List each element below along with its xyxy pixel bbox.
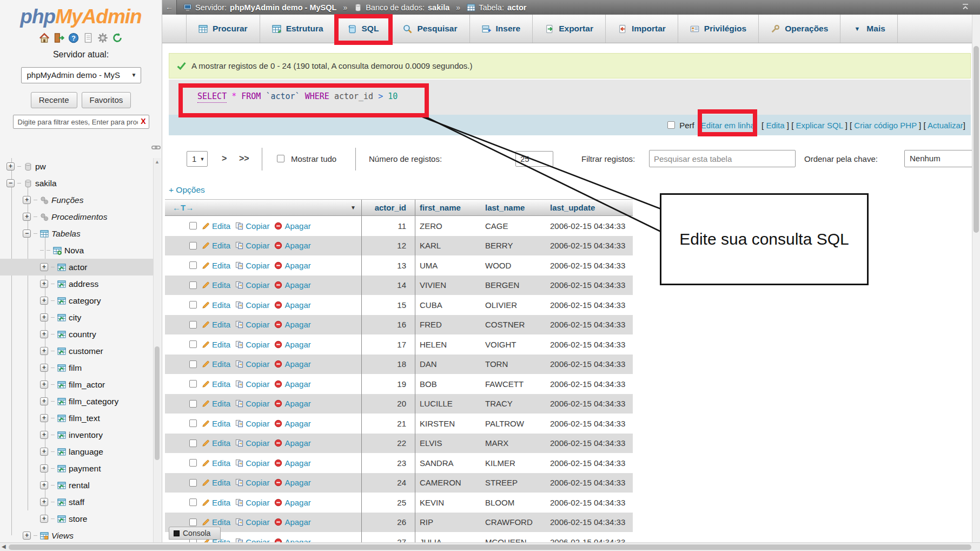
row-action-edita[interactable]: Edita: [202, 517, 230, 527]
row-checkbox[interactable]: [189, 479, 197, 487]
expand-icon[interactable]: +: [40, 481, 48, 489]
tree-item-actor[interactable]: +actor: [0, 259, 153, 276]
row-action-copiar[interactable]: Copiar: [235, 438, 269, 448]
row-action-copiar[interactable]: Copiar: [235, 478, 269, 487]
vertical-scrollbar-thumb[interactable]: [974, 46, 979, 233]
tree-item-store[interactable]: +store: [0, 510, 153, 527]
tab-mais[interactable]: ▼Mais: [840, 15, 897, 43]
tree-item-film[interactable]: +film: [0, 359, 153, 376]
row-action-apagar[interactable]: Apagar: [274, 340, 310, 349]
tab-sql[interactable]: SQL: [336, 15, 392, 43]
expand-icon[interactable]: +: [40, 431, 48, 439]
row-action-copiar[interactable]: Copiar: [235, 517, 269, 527]
row-action-apagar[interactable]: Apagar: [274, 517, 310, 527]
expand-icon[interactable]: +: [23, 213, 31, 221]
row-action-copiar[interactable]: Copiar: [235, 379, 269, 389]
tab-estrutura[interactable]: Estrutura: [260, 15, 336, 43]
tree-item-film_category[interactable]: +film_category: [0, 393, 153, 410]
tree-item-rental[interactable]: +rental: [0, 477, 153, 494]
scroll-up-icon[interactable]: ▲: [155, 159, 160, 165]
column-nav-arrows[interactable]: ←T→: [173, 203, 194, 212]
row-action-apagar[interactable]: Apagar: [274, 280, 310, 290]
tree-item-category[interactable]: +category: [0, 292, 153, 309]
row-action-edita[interactable]: Edita: [202, 300, 230, 310]
sidebar-scrollbar[interactable]: ▲: [153, 158, 161, 542]
row-action-apagar[interactable]: Apagar: [274, 300, 310, 310]
tree-item-address[interactable]: +address: [0, 276, 153, 292]
tree-item-inventory[interactable]: +inventory: [0, 427, 153, 443]
sidebar-scrollbar-thumb[interactable]: [155, 346, 160, 460]
row-checkbox[interactable]: [189, 498, 197, 506]
row-action-copiar[interactable]: Copiar: [235, 399, 269, 408]
expand-icon[interactable]: +: [40, 313, 48, 322]
row-action-edita[interactable]: Edita: [202, 478, 230, 487]
tree-item-procedimentos[interactable]: +Procedimentos: [0, 208, 153, 225]
recent-button[interactable]: Recente: [31, 92, 77, 108]
query-action-link[interactable]: Explicar SQL: [796, 121, 843, 130]
sort-key-select[interactable]: Nenhum: [904, 150, 975, 167]
tab-exportar[interactable]: Exportar: [533, 15, 606, 43]
tree-item-language[interactable]: +language: [0, 443, 153, 460]
row-action-edita[interactable]: Edita: [202, 419, 230, 428]
row-checkbox[interactable]: [189, 340, 197, 348]
row-action-apagar[interactable]: Apagar: [274, 221, 310, 231]
scroll-left-icon[interactable]: ◀: [2, 543, 6, 549]
expand-icon[interactable]: +: [40, 263, 48, 271]
row-action-edita[interactable]: Edita: [202, 498, 230, 507]
tree-item-views[interactable]: +Views: [0, 527, 153, 542]
collapse-icon[interactable]: −: [6, 179, 15, 187]
phpmyadmin-logo[interactable]: phpMyAdmin: [0, 0, 162, 28]
row-checkbox[interactable]: [189, 380, 197, 388]
tree-filter-input[interactable]: [13, 115, 149, 129]
row-checkbox[interactable]: [189, 301, 197, 309]
console-button[interactable]: Consola: [169, 527, 221, 540]
tree-item-tabelas[interactable]: −Tabelas: [0, 225, 153, 242]
rows-count-input[interactable]: [515, 151, 553, 167]
breadcrumb-table[interactable]: Tabela: actor: [467, 3, 526, 12]
expand-icon[interactable]: +: [23, 196, 31, 204]
row-action-apagar[interactable]: Apagar: [274, 399, 310, 408]
row-action-apagar[interactable]: Apagar: [274, 359, 310, 369]
row-action-apagar[interactable]: Apagar: [274, 261, 310, 270]
row-action-edita[interactable]: Edita: [202, 399, 230, 408]
row-action-apagar[interactable]: Apagar: [274, 320, 310, 329]
row-action-copiar[interactable]: Copiar: [235, 359, 269, 369]
row-checkbox[interactable]: [189, 261, 197, 269]
row-action-copiar[interactable]: Copiar: [235, 320, 269, 329]
row-action-copiar[interactable]: Copiar: [235, 419, 269, 428]
row-checkbox[interactable]: [189, 400, 197, 408]
row-checkbox[interactable]: [189, 242, 197, 250]
tree-item-city[interactable]: +city: [0, 309, 153, 326]
tab-pesquisar[interactable]: Pesquisar: [391, 15, 469, 43]
link-icon[interactable]: [151, 143, 161, 152]
expand-icon[interactable]: +: [6, 162, 15, 170]
row-action-apagar[interactable]: Apagar: [274, 379, 310, 389]
tree-item-film_text[interactable]: +film_text: [0, 410, 153, 427]
row-action-apagar[interactable]: Apagar: [274, 241, 310, 250]
horizontal-scrollbar[interactable]: ◀: [0, 542, 980, 551]
query-action-link[interactable]: Edita: [766, 121, 784, 130]
tree-item-payment[interactable]: +payment: [0, 460, 153, 477]
column-header-first_name[interactable]: first_name: [415, 203, 481, 212]
next-page-link[interactable]: >: [222, 154, 227, 163]
row-action-edita[interactable]: Edita: [202, 320, 230, 329]
row-action-apagar[interactable]: Apagar: [274, 498, 310, 507]
options-toggle-link[interactable]: + Opções: [169, 185, 205, 195]
tree-item-pw[interactable]: +pw: [0, 158, 153, 175]
expand-icon[interactable]: +: [40, 280, 48, 288]
last-page-link[interactable]: >>: [239, 154, 249, 163]
column-header-last_name[interactable]: last_name: [481, 203, 546, 212]
tab-privil-gios[interactable]: Privilégios: [678, 15, 759, 43]
back-arrow-button[interactable]: ←: [162, 0, 177, 15]
column-header-actor_id[interactable]: actor_id: [362, 200, 415, 215]
expand-icon[interactable]: +: [40, 381, 48, 389]
row-action-copiar[interactable]: Copiar: [235, 221, 269, 231]
sql-query-code[interactable]: SELECT * FROM `actor` WHERE actor_id > 1…: [197, 91, 398, 101]
expand-icon[interactable]: +: [40, 347, 48, 355]
row-checkbox[interactable]: [189, 281, 197, 289]
inline-edit-link[interactable]: Editar em linha: [701, 121, 755, 130]
horizontal-scrollbar-thumb[interactable]: [9, 545, 971, 550]
tab-insere[interactable]: Insere: [470, 15, 533, 43]
expand-icon[interactable]: +: [40, 464, 48, 473]
collapse-top-icon[interactable]: [961, 3, 970, 11]
